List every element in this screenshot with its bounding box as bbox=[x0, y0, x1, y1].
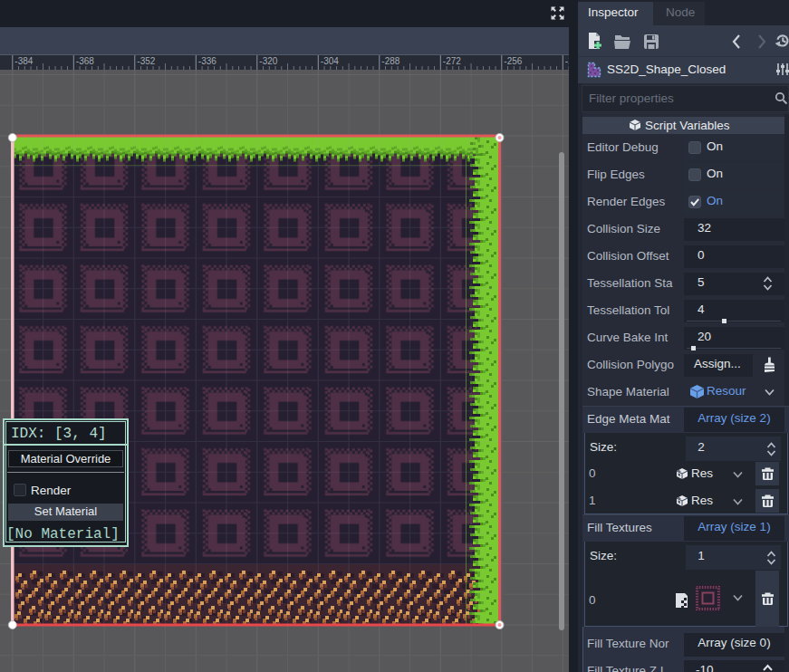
svg-text:-368: -368 bbox=[76, 56, 94, 66]
svg-text:-352: -352 bbox=[137, 56, 155, 66]
svg-text:-384: -384 bbox=[14, 56, 33, 66]
svg-text:-304: -304 bbox=[321, 56, 339, 66]
svg-text:-320: -320 bbox=[259, 56, 277, 66]
svg-text:-272: -272 bbox=[443, 56, 461, 66]
svg-text:-336: -336 bbox=[198, 56, 216, 66]
svg-text:-288: -288 bbox=[381, 56, 399, 66]
svg-text:-256: -256 bbox=[504, 56, 522, 66]
